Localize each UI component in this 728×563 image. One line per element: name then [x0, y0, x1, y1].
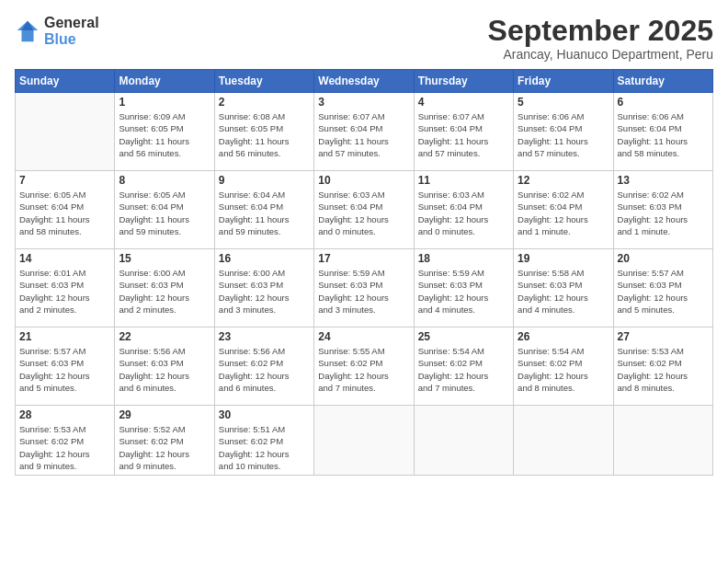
- day-number: 4: [418, 96, 509, 109]
- day-info: Sunrise: 6:00 AM Sunset: 6:03 PM Dayligh…: [219, 267, 310, 316]
- table-row: [514, 406, 613, 476]
- day-number: 30: [219, 408, 310, 421]
- table-row: 24Sunrise: 5:55 AM Sunset: 6:02 PM Dayli…: [314, 327, 414, 406]
- day-info: Sunrise: 5:58 AM Sunset: 6:03 PM Dayligh…: [518, 267, 609, 316]
- day-info: Sunrise: 6:01 AM Sunset: 6:03 PM Dayligh…: [19, 267, 110, 316]
- day-number: 5: [518, 96, 609, 109]
- day-info: Sunrise: 6:07 AM Sunset: 6:04 PM Dayligh…: [318, 110, 409, 159]
- day-number: 11: [418, 174, 509, 187]
- table-row: 22Sunrise: 5:56 AM Sunset: 6:03 PM Dayli…: [115, 327, 214, 406]
- location-subtitle: Arancay, Huanuco Department, Peru: [488, 47, 713, 62]
- day-info: Sunrise: 6:07 AM Sunset: 6:04 PM Dayligh…: [418, 110, 509, 159]
- day-number: 24: [318, 330, 409, 343]
- table-row: 20Sunrise: 5:57 AM Sunset: 6:03 PM Dayli…: [613, 249, 712, 327]
- logo-icon: [15, 18, 40, 44]
- day-info: Sunrise: 6:04 AM Sunset: 6:04 PM Dayligh…: [219, 189, 310, 237]
- day-info: Sunrise: 5:57 AM Sunset: 6:03 PM Dayligh…: [19, 345, 110, 394]
- table-row: 8Sunrise: 6:05 AM Sunset: 6:04 PM Daylig…: [115, 171, 214, 249]
- col-wednesday: Wednesday: [314, 70, 414, 93]
- day-number: 28: [19, 408, 110, 421]
- table-row: 30Sunrise: 5:51 AM Sunset: 6:02 PM Dayli…: [214, 406, 313, 476]
- day-number: 27: [618, 330, 709, 343]
- table-row: 11Sunrise: 6:03 AM Sunset: 6:04 PM Dayli…: [414, 171, 513, 249]
- table-row: 23Sunrise: 5:56 AM Sunset: 6:02 PM Dayli…: [214, 327, 313, 406]
- col-saturday: Saturday: [613, 70, 712, 93]
- day-info: Sunrise: 6:02 AM Sunset: 6:03 PM Dayligh…: [618, 189, 709, 237]
- day-number: 8: [119, 174, 210, 187]
- table-row: 7Sunrise: 6:05 AM Sunset: 6:04 PM Daylig…: [16, 171, 115, 249]
- day-info: Sunrise: 6:05 AM Sunset: 6:04 PM Dayligh…: [119, 189, 210, 237]
- day-info: Sunrise: 5:52 AM Sunset: 6:02 PM Dayligh…: [119, 423, 210, 472]
- table-row: 21Sunrise: 5:57 AM Sunset: 6:03 PM Dayli…: [16, 327, 115, 406]
- day-number: 3: [318, 96, 409, 109]
- day-info: Sunrise: 5:57 AM Sunset: 6:03 PM Dayligh…: [618, 267, 709, 316]
- day-info: Sunrise: 6:02 AM Sunset: 6:04 PM Dayligh…: [518, 189, 609, 237]
- day-number: 26: [518, 330, 609, 343]
- day-number: 20: [618, 252, 709, 265]
- day-number: 15: [119, 252, 210, 265]
- col-tuesday: Tuesday: [214, 70, 313, 93]
- day-info: Sunrise: 6:08 AM Sunset: 6:05 PM Dayligh…: [219, 110, 310, 159]
- day-info: Sunrise: 5:53 AM Sunset: 6:02 PM Dayligh…: [19, 423, 110, 472]
- day-info: Sunrise: 6:06 AM Sunset: 6:04 PM Dayligh…: [518, 110, 609, 159]
- day-info: Sunrise: 6:00 AM Sunset: 6:03 PM Dayligh…: [119, 267, 210, 316]
- day-info: Sunrise: 6:03 AM Sunset: 6:04 PM Dayligh…: [418, 189, 509, 237]
- day-number: 9: [219, 174, 310, 187]
- day-number: 19: [518, 252, 609, 265]
- table-row: 14Sunrise: 6:01 AM Sunset: 6:03 PM Dayli…: [16, 249, 115, 327]
- day-info: Sunrise: 5:59 AM Sunset: 6:03 PM Dayligh…: [318, 267, 409, 316]
- table-row: 9Sunrise: 6:04 AM Sunset: 6:04 PM Daylig…: [214, 171, 313, 249]
- day-info: Sunrise: 5:53 AM Sunset: 6:02 PM Dayligh…: [618, 345, 709, 394]
- col-friday: Friday: [514, 70, 613, 93]
- table-row: 2Sunrise: 6:08 AM Sunset: 6:05 PM Daylig…: [214, 93, 313, 171]
- day-info: Sunrise: 5:56 AM Sunset: 6:03 PM Dayligh…: [119, 345, 210, 394]
- day-info: Sunrise: 6:03 AM Sunset: 6:04 PM Dayligh…: [318, 189, 409, 237]
- day-info: Sunrise: 6:06 AM Sunset: 6:04 PM Dayligh…: [618, 110, 709, 159]
- table-row: [414, 406, 513, 476]
- day-number: 21: [19, 330, 110, 343]
- table-row: 5Sunrise: 6:06 AM Sunset: 6:04 PM Daylig…: [514, 93, 613, 171]
- day-number: 29: [119, 408, 210, 421]
- day-number: 18: [418, 252, 509, 265]
- table-row: 13Sunrise: 6:02 AM Sunset: 6:03 PM Dayli…: [613, 171, 712, 249]
- day-number: 17: [318, 252, 409, 265]
- calendar-table: Sunday Monday Tuesday Wednesday Thursday…: [15, 69, 713, 476]
- day-number: 14: [19, 252, 110, 265]
- table-row: 29Sunrise: 5:52 AM Sunset: 6:02 PM Dayli…: [115, 406, 214, 476]
- table-row: 12Sunrise: 6:02 AM Sunset: 6:04 PM Dayli…: [514, 171, 613, 249]
- day-number: 7: [19, 174, 110, 187]
- table-row: 19Sunrise: 5:58 AM Sunset: 6:03 PM Dayli…: [514, 249, 613, 327]
- day-info: Sunrise: 5:54 AM Sunset: 6:02 PM Dayligh…: [518, 345, 609, 394]
- day-info: Sunrise: 5:54 AM Sunset: 6:02 PM Dayligh…: [418, 345, 509, 394]
- logo: General Blue: [15, 15, 99, 48]
- table-row: 17Sunrise: 5:59 AM Sunset: 6:03 PM Dayli…: [314, 249, 414, 327]
- table-row: 4Sunrise: 6:07 AM Sunset: 6:04 PM Daylig…: [414, 93, 513, 171]
- logo-text: General Blue: [44, 15, 99, 48]
- table-row: 15Sunrise: 6:00 AM Sunset: 6:03 PM Dayli…: [115, 249, 214, 327]
- day-number: 12: [518, 174, 609, 187]
- day-info: Sunrise: 5:59 AM Sunset: 6:03 PM Dayligh…: [418, 267, 509, 316]
- day-number: 13: [618, 174, 709, 187]
- calendar-header-row: Sunday Monday Tuesday Wednesday Thursday…: [16, 70, 713, 93]
- day-number: 22: [119, 330, 210, 343]
- table-row: 16Sunrise: 6:00 AM Sunset: 6:03 PM Dayli…: [214, 249, 313, 327]
- table-row: [16, 93, 115, 171]
- day-info: Sunrise: 6:05 AM Sunset: 6:04 PM Dayligh…: [19, 189, 110, 237]
- day-number: 25: [418, 330, 509, 343]
- title-area: September 2025 Arancay, Huanuco Departme…: [488, 15, 713, 62]
- month-title: September 2025: [488, 15, 713, 47]
- table-row: 10Sunrise: 6:03 AM Sunset: 6:04 PM Dayli…: [314, 171, 414, 249]
- day-info: Sunrise: 5:51 AM Sunset: 6:02 PM Dayligh…: [219, 423, 310, 472]
- day-number: 16: [219, 252, 310, 265]
- day-number: 1: [119, 96, 210, 109]
- day-number: 10: [318, 174, 409, 187]
- day-info: Sunrise: 5:55 AM Sunset: 6:02 PM Dayligh…: [318, 345, 409, 394]
- day-info: Sunrise: 5:56 AM Sunset: 6:02 PM Dayligh…: [219, 345, 310, 394]
- table-row: 18Sunrise: 5:59 AM Sunset: 6:03 PM Dayli…: [414, 249, 513, 327]
- day-info: Sunrise: 6:09 AM Sunset: 6:05 PM Dayligh…: [119, 110, 210, 159]
- col-monday: Monday: [115, 70, 214, 93]
- page-container: General Blue September 2025 Arancay, Hua…: [0, 0, 728, 483]
- table-row: 26Sunrise: 5:54 AM Sunset: 6:02 PM Dayli…: [514, 327, 613, 406]
- col-sunday: Sunday: [16, 70, 115, 93]
- table-row: [314, 406, 414, 476]
